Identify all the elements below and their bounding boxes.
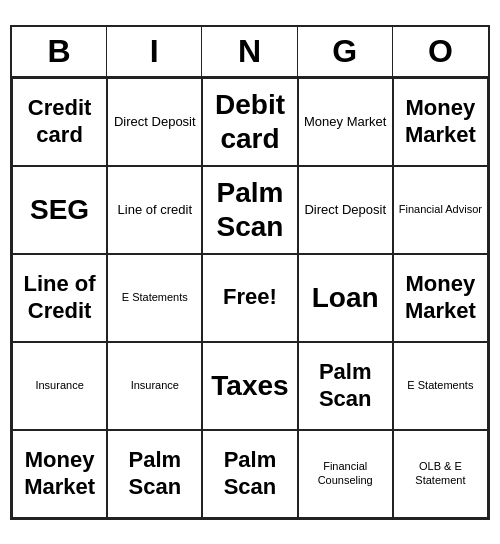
bingo-cell-24: OLB & E Statement [393, 430, 488, 518]
bingo-cell-15: Insurance [12, 342, 107, 430]
bingo-cell-22: Palm Scan [202, 430, 297, 518]
bingo-cell-1: Direct Deposit [107, 78, 202, 166]
bingo-cell-11: E Statements [107, 254, 202, 342]
bingo-header: BINGO [12, 27, 488, 78]
header-letter-g: G [298, 27, 393, 76]
header-letter-b: B [12, 27, 107, 76]
bingo-cell-3: Money Market [298, 78, 393, 166]
bingo-cell-18: Palm Scan [298, 342, 393, 430]
bingo-cell-19: E Statements [393, 342, 488, 430]
bingo-cell-23: Financial Counseling [298, 430, 393, 518]
bingo-cell-14: Money Market [393, 254, 488, 342]
bingo-cell-8: Direct Deposit [298, 166, 393, 254]
bingo-cell-17: Taxes [202, 342, 297, 430]
bingo-cell-20: Money Market [12, 430, 107, 518]
bingo-cell-16: Insurance [107, 342, 202, 430]
bingo-cell-21: Palm Scan [107, 430, 202, 518]
header-letter-i: I [107, 27, 202, 76]
bingo-card: BINGO Credit cardDirect DepositDebit car… [10, 25, 490, 520]
bingo-cell-12: Free! [202, 254, 297, 342]
bingo-cell-5: SEG [12, 166, 107, 254]
bingo-cell-7: Palm Scan [202, 166, 297, 254]
bingo-cell-2: Debit card [202, 78, 297, 166]
bingo-cell-4: Money Market [393, 78, 488, 166]
bingo-cell-13: Loan [298, 254, 393, 342]
bingo-cell-9: Financial Advisor [393, 166, 488, 254]
bingo-grid: Credit cardDirect DepositDebit cardMoney… [12, 78, 488, 518]
bingo-cell-10: Line of Credit [12, 254, 107, 342]
header-letter-o: O [393, 27, 488, 76]
bingo-cell-6: Line of credit [107, 166, 202, 254]
header-letter-n: N [202, 27, 297, 76]
bingo-cell-0: Credit card [12, 78, 107, 166]
